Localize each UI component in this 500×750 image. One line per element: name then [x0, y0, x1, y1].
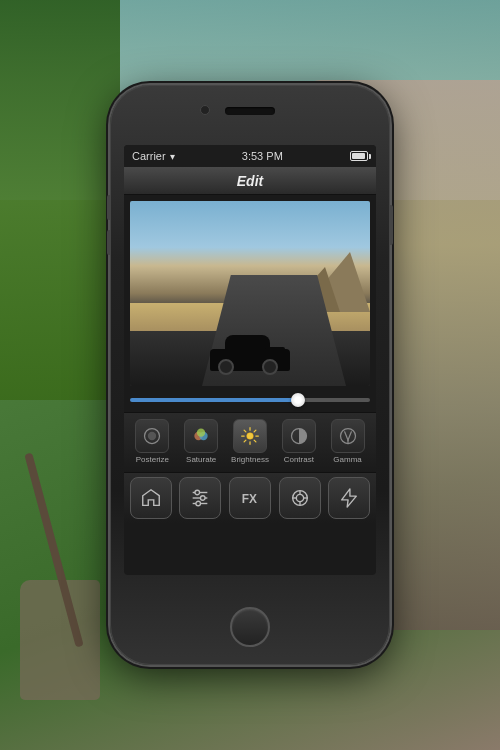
- svg-point-5: [247, 433, 254, 440]
- contrast-icon: [282, 419, 316, 453]
- svg-line-13: [254, 430, 256, 432]
- status-left: Carrier ▾: [132, 150, 175, 162]
- nav-filter-button[interactable]: [279, 477, 321, 519]
- phone-device: Carrier ▾ 3:53 PM Edit: [110, 85, 390, 665]
- gamma-label: Gamma: [333, 455, 361, 464]
- gamma-icon: [331, 419, 365, 453]
- page-title: Edit: [237, 173, 263, 189]
- svg-line-11: [254, 440, 256, 442]
- phone-home-button[interactable]: [230, 607, 270, 647]
- nav-lightning-button[interactable]: [328, 477, 370, 519]
- tool-posterize[interactable]: Posterize: [132, 419, 172, 464]
- svg-point-22: [196, 501, 201, 506]
- tool-saturate[interactable]: Saturate: [181, 419, 221, 464]
- title-bar: Edit: [124, 167, 376, 195]
- slider-track: [130, 398, 370, 402]
- phone-speaker: [225, 107, 275, 115]
- phone-side-button[interactable]: [390, 205, 393, 245]
- nav-fx-button[interactable]: FX: [229, 477, 271, 519]
- carrier-label: Carrier: [132, 150, 166, 162]
- brightness-label: Brightness: [231, 455, 269, 464]
- background-trees: [0, 0, 120, 400]
- car: [210, 336, 290, 371]
- tool-icons-row: Posterize Saturate: [128, 419, 372, 464]
- slider-thumb[interactable]: [291, 393, 305, 407]
- posterize-icon: [135, 419, 169, 453]
- phone-volume-up[interactable]: [107, 195, 110, 220]
- nav-home-button[interactable]: [130, 477, 172, 519]
- contrast-label: Contrast: [284, 455, 314, 464]
- battery-fill: [352, 153, 365, 159]
- phone-camera: [200, 105, 210, 115]
- svg-point-21: [201, 496, 206, 501]
- background-rock: [20, 580, 100, 700]
- car-wheel-right: [262, 359, 278, 375]
- phone-volume-down[interactable]: [107, 230, 110, 255]
- svg-point-4: [197, 429, 205, 437]
- photo-area: [130, 201, 370, 386]
- svg-point-1: [148, 432, 156, 440]
- battery-icon: [350, 151, 368, 161]
- svg-line-12: [244, 440, 246, 442]
- tool-bar: Posterize Saturate: [124, 412, 376, 472]
- nav-adjust-button[interactable]: [179, 477, 221, 519]
- tool-gamma[interactable]: Gamma: [328, 419, 368, 464]
- time-display: 3:53 PM: [242, 150, 283, 162]
- brightness-icon: [233, 419, 267, 453]
- status-right: [350, 151, 368, 161]
- car-wheel-left: [218, 359, 234, 375]
- svg-text:FX: FX: [242, 492, 257, 506]
- phone-screen: Carrier ▾ 3:53 PM Edit: [124, 145, 376, 575]
- posterize-label: Posterize: [136, 455, 169, 464]
- bottom-nav: FX: [124, 472, 376, 523]
- svg-point-25: [296, 494, 303, 501]
- wifi-icon: ▾: [170, 151, 175, 162]
- saturate-icon: [184, 419, 218, 453]
- tool-brightness[interactable]: Brightness: [230, 419, 270, 464]
- saturate-label: Saturate: [186, 455, 216, 464]
- svg-line-10: [244, 430, 246, 432]
- status-bar: Carrier ▾ 3:53 PM: [124, 145, 376, 167]
- tool-contrast[interactable]: Contrast: [279, 419, 319, 464]
- svg-point-20: [195, 490, 200, 495]
- brightness-slider-container[interactable]: [130, 392, 370, 408]
- photo-image: [130, 201, 370, 386]
